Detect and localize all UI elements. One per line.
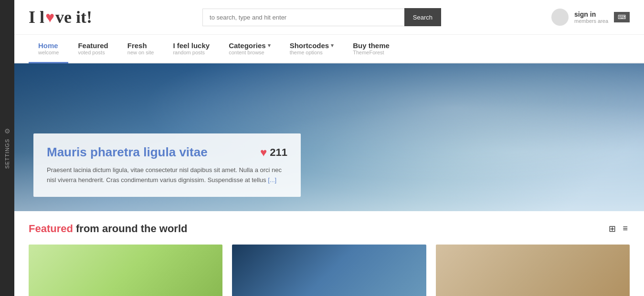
nav-sublabel-ifeellucky: random posts bbox=[173, 50, 210, 55]
hero-title[interactable]: Mauris pharetra ligula vitae bbox=[47, 145, 208, 160]
hero-likes-count: 211 bbox=[270, 146, 287, 159]
featured-title-rest: from around the world bbox=[73, 223, 188, 235]
settings-sidebar[interactable]: ⚙ Settings bbox=[0, 0, 14, 296]
nav-item-featured[interactable]: Featured voted posts bbox=[68, 35, 117, 63]
nav-label-shortcodes: Shortcodes ▾ bbox=[290, 41, 334, 50]
card-1[interactable] bbox=[29, 245, 222, 296]
card-thumbnail-2 bbox=[232, 245, 426, 296]
header: I l♥ve it! Search sign in members area ⌨ bbox=[14, 0, 644, 35]
hero-slider: Mauris pharetra ligula vitae ♥ 211 Praes… bbox=[14, 63, 644, 211]
search-button[interactable]: Search bbox=[404, 8, 441, 26]
gear-icon: ⚙ bbox=[4, 127, 11, 135]
grid-view-toggle[interactable]: ⊞ bbox=[607, 223, 618, 235]
cards-row bbox=[29, 245, 630, 296]
featured-section: Featured from around the world ⊞ ≡ bbox=[14, 211, 644, 296]
logo-heart-icon: ♥ bbox=[45, 9, 54, 26]
hero-likes: ♥ 211 bbox=[260, 146, 287, 159]
nav-sublabel-categories: content browse bbox=[229, 50, 271, 55]
nav-item-buytheme[interactable]: Buy theme ThemeForest bbox=[343, 35, 399, 63]
nav-label-buytheme: Buy theme bbox=[353, 41, 390, 50]
sign-in-label[interactable]: sign in bbox=[574, 10, 608, 18]
card-3[interactable] bbox=[436, 245, 630, 296]
settings-label: Settings bbox=[4, 139, 10, 169]
search-input[interactable] bbox=[202, 9, 404, 26]
nav-sublabel-shortcodes: theme options bbox=[290, 50, 334, 55]
logo[interactable]: I l♥ve it! bbox=[29, 7, 92, 27]
shortcodes-arrow-icon: ▾ bbox=[331, 42, 334, 49]
featured-header: Featured from around the world ⊞ ≡ bbox=[29, 223, 630, 235]
user-area: sign in members area ⌨ bbox=[551, 9, 630, 26]
hero-card-header: Mauris pharetra ligula vitae ♥ 211 bbox=[47, 145, 287, 160]
search-area: Search bbox=[202, 8, 441, 26]
featured-title: Featured from around the world bbox=[29, 223, 187, 235]
nav-label-home: Home bbox=[38, 41, 59, 50]
heart-icon: ♥ bbox=[260, 146, 267, 159]
main-nav: Home welcome Featured voted posts Fresh … bbox=[14, 35, 644, 63]
featured-title-accent: Featured bbox=[29, 223, 73, 235]
nav-label-categories: Categories ▾ bbox=[229, 41, 271, 50]
nav-label-fresh: Fresh bbox=[127, 41, 154, 50]
user-info: sign in members area bbox=[574, 10, 608, 24]
categories-arrow-icon: ▾ bbox=[268, 42, 271, 49]
nav-label-ifeellucky: I feel lucky bbox=[173, 41, 210, 50]
view-toggles: ⊞ ≡ bbox=[607, 223, 630, 235]
nav-item-shortcodes[interactable]: Shortcodes ▾ theme options bbox=[280, 35, 344, 63]
nav-item-fresh[interactable]: Fresh new on site bbox=[118, 35, 164, 63]
hero-readmore[interactable]: [...] bbox=[268, 176, 276, 184]
logo-text-before: I l bbox=[29, 7, 44, 27]
nav-sublabel-home: welcome bbox=[38, 50, 59, 55]
nav-sublabel-buytheme: ThemeForest bbox=[353, 50, 390, 55]
card-2[interactable] bbox=[232, 245, 426, 296]
hero-excerpt: Praesent lacinia dictum ligula, vitae co… bbox=[47, 165, 287, 185]
members-area-label[interactable]: members area bbox=[574, 18, 608, 24]
nav-item-ifeellucky[interactable]: I feel lucky random posts bbox=[163, 35, 219, 63]
nav-sublabel-featured: voted posts bbox=[78, 50, 108, 55]
avatar bbox=[551, 9, 569, 26]
hero-card: Mauris pharetra ligula vitae ♥ 211 Praes… bbox=[33, 133, 301, 197]
logo-text-after: ve it! bbox=[55, 7, 92, 27]
nav-label-featured: Featured bbox=[78, 41, 108, 50]
nav-sublabel-fresh: new on site bbox=[127, 50, 154, 55]
card-thumbnail-1 bbox=[29, 245, 222, 296]
list-view-toggle[interactable]: ≡ bbox=[621, 223, 630, 235]
card-thumbnail-3 bbox=[436, 245, 630, 296]
keyboard-icon: ⌨ bbox=[614, 12, 630, 22]
nav-item-home[interactable]: Home welcome bbox=[29, 35, 68, 63]
nav-item-categories[interactable]: Categories ▾ content browse bbox=[219, 35, 280, 63]
